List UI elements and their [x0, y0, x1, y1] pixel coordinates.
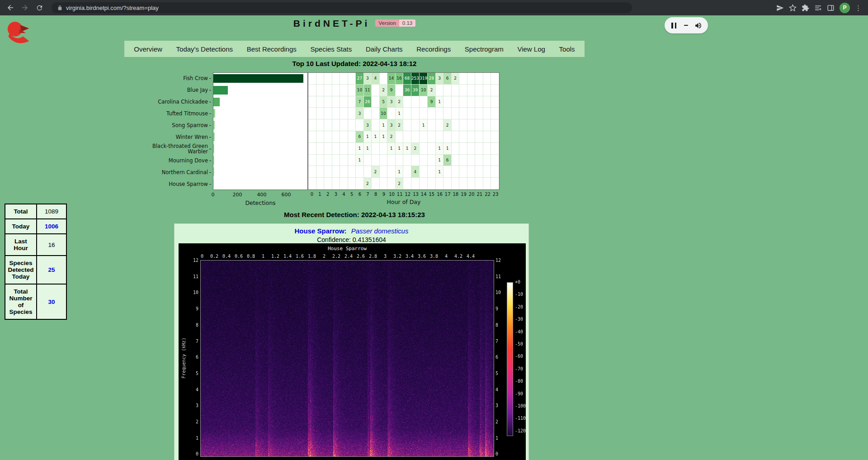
nav-item-species-stats[interactable]: Species Stats [307, 45, 355, 53]
stat-value[interactable]: 30 [37, 284, 66, 319]
heatmap-cell: 2 [364, 178, 372, 190]
heatmap-cell [483, 85, 491, 96]
side-panel-icon[interactable] [827, 4, 835, 12]
nav-item-best-recordings[interactable]: Best Recordings [243, 45, 300, 53]
heatmap-cell [428, 166, 436, 178]
spec-db-tick: -110 [515, 416, 526, 421]
heatmap-cell [475, 85, 483, 96]
heatmap-cell: 4 [411, 166, 420, 178]
spec-time-tick: 3.8 [430, 254, 438, 259]
heatmap-cell: 1 [396, 166, 404, 178]
heatmap-cell: 1 [403, 143, 411, 155]
detection-header: House Sparrow: Passer domesticus [175, 227, 528, 235]
heatmap-cell [483, 119, 491, 131]
spectrogram-colorbar-ticks: +0-10-20-30-40-50-60-70-80-90-100-110-12… [515, 243, 526, 460]
spec-freq-tick: 1 [495, 436, 498, 441]
extensions-icon[interactable] [802, 4, 809, 12]
heatmap-cell [428, 178, 436, 190]
heatmap-cell: 36 [403, 85, 411, 96]
reload-icon [36, 4, 43, 12]
detection-scientific-name[interactable]: Passer domesticus [351, 227, 409, 235]
hour-tick: 6 [356, 192, 364, 197]
detections-axis-ticks: 0200400600 [213, 192, 308, 198]
heatmap-cell [372, 143, 380, 155]
heatmap-cell [467, 166, 476, 178]
version-badge: Version 0.13 [375, 19, 415, 27]
back-arrow-icon [6, 4, 14, 12]
heatmap-cell: 5 [380, 96, 388, 108]
spec-time-tick: 2.8 [369, 254, 377, 259]
audio-player[interactable] [665, 17, 708, 33]
browser-forward-button[interactable] [19, 2, 31, 14]
reading-list-icon[interactable] [814, 4, 822, 12]
spec-time-tick: 0.4 [222, 254, 231, 259]
nav-item-daily-charts[interactable]: Daily Charts [362, 45, 406, 53]
hour-tick: 8 [372, 192, 380, 197]
heatmap-cell [491, 143, 499, 155]
heatmap-cell [356, 166, 364, 178]
heatmap-cell [436, 85, 444, 96]
hour-tick: 14 [420, 192, 428, 197]
detection-common-name[interactable]: House Sparrow: [295, 227, 347, 235]
spec-db-tick: -60 [515, 354, 523, 359]
browser-reload-button[interactable] [33, 2, 45, 14]
detections-bar [213, 74, 303, 83]
heatmap-cell [348, 119, 356, 131]
hour-tick: 16 [436, 192, 444, 197]
heatmap-cell [459, 108, 467, 119]
spec-time-tick: 1 [262, 254, 264, 259]
pause-button[interactable] [670, 23, 677, 28]
hour-tick: 13 [412, 192, 420, 197]
profile-avatar[interactable]: P [840, 3, 850, 13]
top10-heading: Top 10 Last Updated: 2022-04-13 18:12 [124, 60, 585, 67]
heatmap-cell [332, 85, 340, 96]
nav-item-view-log[interactable]: View Log [514, 45, 548, 53]
heatmap-cell [436, 131, 444, 143]
heatmap-cell [332, 155, 340, 166]
heatmap-cell [332, 96, 340, 108]
hour-tick: 4 [340, 192, 348, 197]
seek-bar[interactable] [684, 25, 688, 26]
stat-value[interactable]: 25 [37, 256, 66, 284]
spec-freq-tick: 5 [495, 371, 498, 376]
spec-freq-tick: 7 [495, 339, 498, 344]
stat-value[interactable]: 1006 [37, 219, 66, 234]
spec-time-tick: 3.6 [418, 254, 426, 259]
birdnetpi-logo [4, 19, 37, 52]
send-icon[interactable] [776, 4, 784, 12]
detections-bar [213, 86, 228, 95]
spec-db-tick: -40 [515, 329, 523, 334]
species-label: Song Sparrow [136, 119, 211, 131]
red-bird-icon [4, 19, 37, 52]
heatmap-cell [475, 131, 483, 143]
heatmap-cell [403, 178, 411, 190]
stat-value: 16 [37, 234, 66, 256]
nav-item-recordings[interactable]: Recordings [413, 45, 454, 53]
browser-menu-icon[interactable]: ⋮ [855, 5, 862, 11]
bookmark-star-icon[interactable] [789, 4, 797, 12]
nav-item-spectrogram[interactable]: Spectrogram [461, 45, 507, 53]
species-label: Fish Crow [136, 72, 211, 84]
url-text: virginia.birdnetpi.com/?stream=play [66, 5, 159, 11]
spec-time-tick: 1.6 [296, 254, 304, 259]
heatmap-cell [340, 73, 348, 85]
heatmap-cell [348, 143, 356, 155]
hour-axis-ticks: 01234567891011121314151617181920212223 [308, 192, 500, 197]
hour-tick: 23 [491, 192, 500, 197]
heatmap-cell [452, 155, 460, 166]
spec-time-tick: 0 [201, 254, 203, 259]
nav-item-today-s-detections[interactable]: Today's Detections [173, 45, 236, 53]
nav-item-tools[interactable]: Tools [556, 45, 579, 53]
heatmap-cell [452, 85, 460, 96]
hour-tick: 19 [460, 192, 468, 197]
heatmap-cell [428, 143, 436, 155]
bar-row [213, 178, 307, 190]
volume-icon[interactable] [694, 22, 702, 29]
heatmap-cell: 6 [443, 155, 452, 166]
heatmap-cell [491, 131, 499, 143]
most-recent-detection: Most Recent Detection: 2022-04-13 18:15:… [124, 211, 585, 218]
browser-back-button[interactable] [5, 2, 16, 14]
url-bar[interactable]: virginia.birdnetpi.com/?stream=play [52, 2, 632, 13]
nav-item-overview[interactable]: Overview [130, 45, 166, 53]
heatmap-cell [316, 73, 325, 85]
